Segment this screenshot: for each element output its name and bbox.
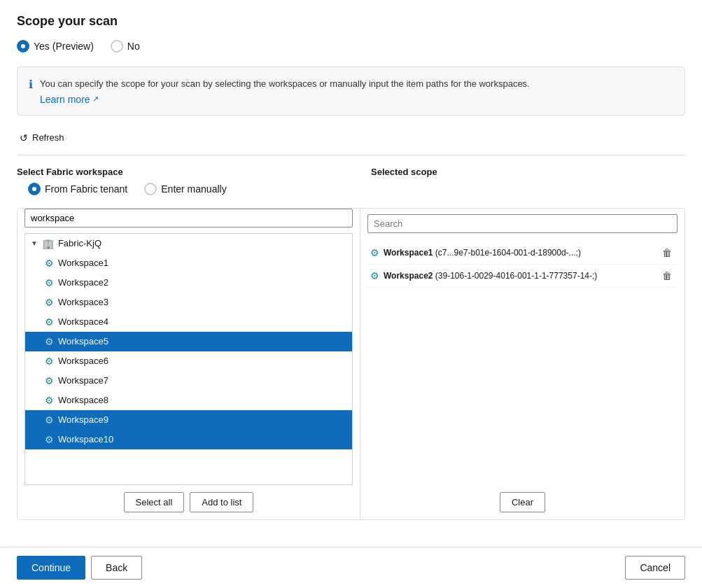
scope-item-text: Workspace2 (39-106-1-0029-4016-001-1-1-7… [384,271,597,281]
delete-scope-item-button[interactable]: 🗑 [659,246,675,260]
tree-item-label: Workspace10 [58,434,113,444]
fabric-icon: 🏢 [42,238,54,249]
workspace-icon: ⚙ [45,297,54,308]
info-box: ℹ You can specify the scope for your sca… [17,66,685,115]
tree-item[interactable]: ⚙ Workspace3 [25,293,352,312]
workspace-icon: ⚙ [45,336,54,347]
right-panel-header: Selected scope [371,167,685,177]
tree-root-label: Fabric-KjQ [58,238,101,248]
tree-item-label: Workspace2 [58,277,108,288]
footer-left: Continue Back [17,556,142,580]
refresh-row: ↺ Refresh [17,130,685,155]
tree-item-label: Workspace7 [58,375,108,386]
clear-button[interactable]: Clear [500,492,545,512]
workspace-icon: ⚙ [45,375,54,386]
enter-manually-option[interactable]: Enter manually [144,183,226,195]
workspace-search-input[interactable] [24,209,353,227]
continue-button[interactable]: Continue [17,556,85,580]
tree-container: ▼ 🏢 Fabric-KjQ ⚙ Workspace1 ⚙ Workspace2… [24,233,353,485]
scope-search-input[interactable] [367,214,678,233]
tree-item-selected[interactable]: ⚙ Workspace10 [25,430,352,449]
refresh-icon: ↺ [20,132,28,144]
scope-item-text: Workspace1 (c7...9e7-b01e-1604-001-d-189… [384,248,581,258]
workspace-icon: ⚙ [370,270,379,281]
no-option[interactable]: No [111,40,140,52]
add-to-list-button[interactable]: Add to list [190,492,253,512]
left-panel-actions: Select all Add to list [17,485,360,519]
tree-root-fabric[interactable]: ▼ 🏢 Fabric-KjQ [25,234,352,253]
tree-item-label: Workspace6 [58,356,108,366]
scope-actions: Clear [360,485,685,519]
yes-label: Yes (Preview) [34,41,94,52]
no-label: No [127,41,140,52]
tree-item[interactable]: ⚙ Workspace7 [25,371,352,391]
select-all-button[interactable]: Select all [124,492,185,512]
refresh-label: Refresh [32,132,64,143]
tree-item-label: Workspace3 [58,297,108,307]
from-tenant-label: From Fabric tenant [45,183,127,195]
top-radio-group: Yes (Preview) No [17,40,685,52]
tree-item[interactable]: ⚙ Workspace2 [25,273,352,293]
workspace-icon: ⚙ [45,258,54,269]
two-panel: ▼ 🏢 Fabric-KjQ ⚙ Workspace1 ⚙ Workspace2… [17,208,685,520]
delete-scope-item-button[interactable]: 🗑 [659,269,675,283]
left-panel-header: Select Fabric workspace [17,167,360,177]
info-icon: ℹ [29,78,33,91]
tree-item-label: Workspace4 [58,316,108,327]
tree-item[interactable]: ⚙ Workspace1 [25,253,352,273]
no-radio[interactable] [111,40,123,52]
refresh-button[interactable]: ↺ Refresh [17,130,67,146]
left-panel: ▼ 🏢 Fabric-KjQ ⚙ Workspace1 ⚙ Workspace2… [17,209,360,519]
tree-item[interactable]: ⚙ Workspace8 [25,391,352,410]
workspace-icon: ⚙ [45,277,54,288]
cancel-button[interactable]: Cancel [625,556,685,580]
tree-item-label: Workspace8 [58,395,108,405]
learn-more-link[interactable]: Learn more [40,94,99,105]
enter-manually-radio[interactable] [144,183,157,195]
from-tenant-option[interactable]: From Fabric tenant [28,183,127,195]
from-tenant-radio[interactable] [28,183,41,195]
workspace-icon: ⚙ [45,356,54,367]
tree-item-selected[interactable]: ⚙ Workspace5 [25,332,352,351]
scope-item-left: ⚙ Workspace2 (39-106-1-0029-4016-001-1-1… [370,270,659,281]
yes-radio[interactable] [17,40,29,52]
info-text: You can specify the scope for your scan … [40,77,530,91]
yes-preview-option[interactable]: Yes (Preview) [17,40,94,52]
workspace-radio-group: From Fabric tenant Enter manually [17,183,360,202]
scope-item-left: ⚙ Workspace1 (c7...9e7-b01e-1604-001-d-1… [370,247,659,258]
scope-item: ⚙ Workspace1 (c7...9e7-b01e-1604-001-d-1… [367,241,678,265]
page-title: Scope your scan [17,14,685,29]
enter-manually-label: Enter manually [161,183,226,195]
tree-item-label: Workspace9 [58,414,108,425]
tree-item[interactable]: ⚙ Workspace4 [25,312,352,332]
tree-item[interactable]: ⚙ Workspace6 [25,351,352,371]
back-button[interactable]: Back [91,556,142,580]
tree-item-label: Workspace5 [58,336,108,346]
workspace-icon: ⚙ [370,247,379,258]
scope-list: ⚙ Workspace1 (c7...9e7-b01e-1604-001-d-1… [360,239,685,485]
right-panel: ⚙ Workspace1 (c7...9e7-b01e-1604-001-d-1… [360,209,685,519]
workspace-icon: ⚙ [45,395,54,406]
workspace-icon: ⚙ [45,434,54,445]
workspace-icon: ⚙ [45,316,54,328]
tree-item-selected[interactable]: ⚙ Workspace9 [25,410,352,430]
tree-chevron-icon: ▼ [31,239,38,247]
workspace-icon: ⚙ [45,414,54,426]
footer: Continue Back Cancel [0,547,702,588]
tree-item-label: Workspace1 [58,258,108,268]
scope-item: ⚙ Workspace2 (39-106-1-0029-4016-001-1-1… [367,265,678,288]
